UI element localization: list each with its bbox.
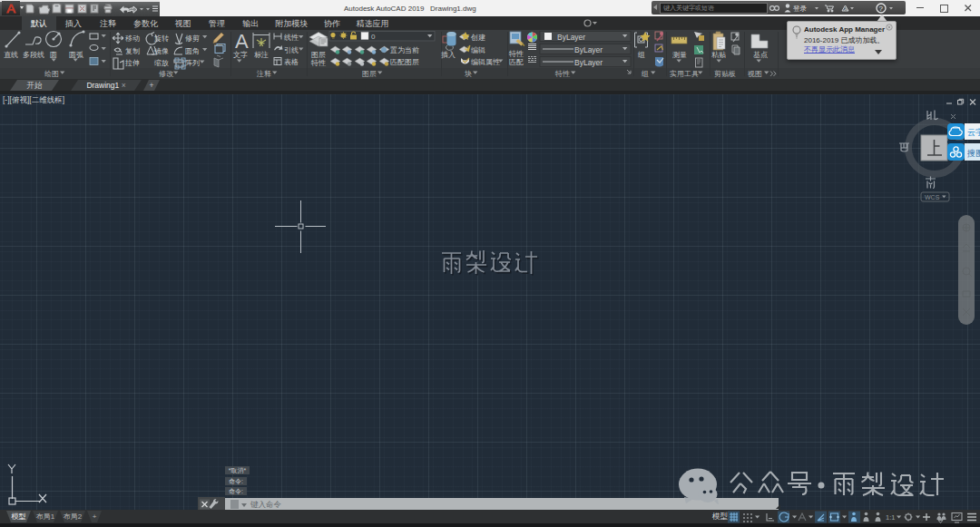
svg-text:测量: 测量: [672, 51, 687, 59]
svg-text:块: 块: [464, 70, 472, 78]
svg-text:绘图: 绘图: [44, 70, 59, 78]
svg-text:剪贴板: 剪贴板: [714, 70, 736, 78]
svg-text:修剪: 修剪: [185, 34, 200, 43]
svg-text:登录: 登录: [793, 5, 808, 13]
svg-text:图层: 图层: [311, 51, 326, 59]
svg-text:粘贴: 粘贴: [711, 51, 726, 59]
svg-text:创建: 创建: [470, 34, 485, 42]
svg-text:WCS: WCS: [925, 194, 940, 200]
svg-text:A: A: [844, 6, 848, 12]
svg-text:置为当前: 置为当前: [389, 46, 419, 54]
svg-text:多段线: 多段线: [23, 51, 44, 59]
svg-text:组: 组: [641, 70, 649, 78]
svg-text:插入: 插入: [441, 51, 456, 59]
svg-text:1:1: 1:1: [886, 513, 895, 522]
svg-text:匹配: 匹配: [509, 58, 524, 66]
svg-text:0: 0: [371, 33, 376, 41]
svg-text:组: 组: [637, 51, 645, 59]
svg-text:特性: 特性: [508, 50, 524, 58]
svg-text:阵列: 阵列: [185, 59, 200, 67]
svg-text:实用工具: 实用工具: [670, 70, 699, 78]
svg-text:特性: 特性: [310, 59, 326, 67]
svg-text:匹配图层: 匹配图层: [390, 58, 419, 66]
svg-text:修改: 修改: [159, 70, 174, 78]
svg-text:ByLayer: ByLayer: [574, 58, 603, 67]
svg-text:引线: 引线: [284, 46, 299, 54]
svg-text:镜像: 镜像: [153, 47, 169, 55]
svg-text:ByLayer: ByLayer: [557, 33, 585, 42]
svg-text:?: ?: [879, 5, 884, 13]
svg-text:编辑: 编辑: [471, 46, 485, 54]
svg-text:图层: 图层: [362, 70, 377, 78]
svg-text:标注: 标注: [254, 51, 269, 59]
svg-text:文字: 文字: [233, 51, 248, 59]
svg-text:圆: 圆: [50, 51, 57, 59]
svg-text:移动: 移动: [125, 34, 140, 43]
svg-text:直线: 直线: [4, 51, 18, 59]
svg-text:缩放: 缩放: [154, 59, 169, 67]
svg-text:基点: 基点: [753, 51, 768, 59]
svg-text:表格: 表格: [284, 58, 299, 66]
svg-text:圆弧: 圆弧: [69, 51, 83, 59]
svg-text:编辑属性: 编辑属性: [471, 58, 500, 66]
svg-text:圆角: 圆角: [185, 47, 200, 55]
svg-text:注释: 注释: [256, 70, 271, 78]
svg-text:复制: 复制: [125, 47, 140, 55]
svg-text:ByLayer: ByLayer: [574, 45, 603, 54]
svg-text:视图: 视图: [747, 70, 762, 78]
svg-text:特性: 特性: [554, 70, 570, 78]
svg-text:旋转: 旋转: [154, 34, 169, 43]
svg-text:线性: 线性: [283, 34, 299, 42]
svg-text:A: A: [235, 30, 249, 53]
svg-text:拉伸: 拉伸: [124, 59, 140, 67]
